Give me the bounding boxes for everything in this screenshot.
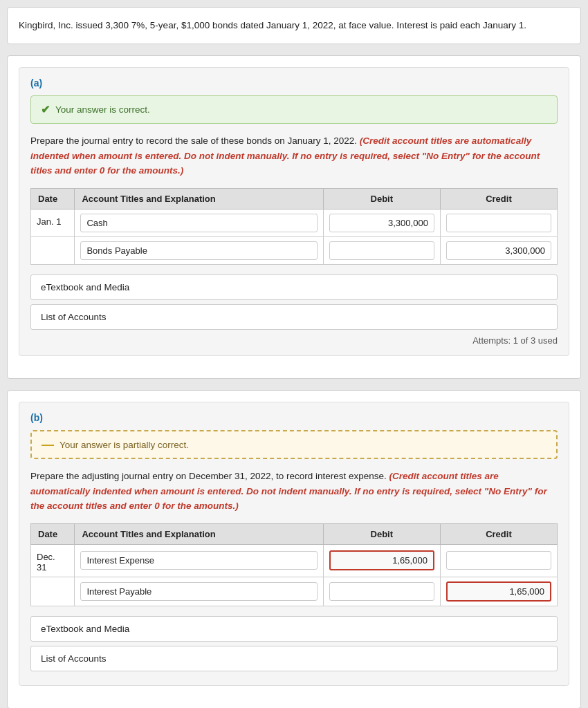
credit1-input-a[interactable] <box>446 214 551 232</box>
account1-input-a[interactable] <box>80 214 317 232</box>
section-a-instruction: Prepare the journal entry to record the … <box>30 133 558 178</box>
col-header-date-b: Date <box>31 523 75 544</box>
col-header-credit-a: Credit <box>440 189 557 209</box>
credit1-cell-b <box>440 544 557 577</box>
date-cell-a: Jan. 1 <box>31 209 75 237</box>
account2-cell-a <box>75 237 323 265</box>
date-cell-b2 <box>31 577 75 606</box>
credit2-cell-b <box>440 577 557 606</box>
instruction-plain-b: Prepare the adjusting journal entry on D… <box>30 471 387 481</box>
debit1-cell-b <box>323 544 440 577</box>
account1-cell-b <box>75 544 323 577</box>
date-cell-b: Dec.31 <box>31 544 75 577</box>
account2-input-b[interactable] <box>80 582 317 601</box>
credit1-cell-a <box>440 209 557 237</box>
table-row <box>31 577 558 606</box>
col-header-account-b: Account Titles and Explanation <box>75 523 323 544</box>
credit2-cell-a <box>440 237 557 265</box>
credit1-input-b[interactable] <box>446 551 551 570</box>
problem-card: Kingbird, Inc. issued 3,300 7%, 5-year, … <box>7 7 581 44</box>
debit2-cell-a <box>323 237 440 265</box>
date-cell-a2 <box>31 237 75 265</box>
debit2-input-a[interactable] <box>329 241 434 260</box>
credit2-input-a[interactable] <box>446 241 551 260</box>
problem-description: Kingbird, Inc. issued 3,300 7%, 5-year, … <box>19 19 569 32</box>
section-a-card: (a) ✔ Your answer is correct. Prepare th… <box>7 55 581 379</box>
col-header-debit-b: Debit <box>323 523 440 544</box>
account2-input-a[interactable] <box>80 241 317 260</box>
list-of-accounts-button-b[interactable]: List of Accounts <box>30 646 558 671</box>
answer-partial-banner: — Your answer is partially correct. <box>30 430 558 459</box>
debit2-input-b[interactable] <box>329 582 434 601</box>
section-a-content: (a) ✔ Your answer is correct. Prepare th… <box>19 67 569 356</box>
section-b-card: (b) — Your answer is partially correct. … <box>7 390 581 708</box>
answer-partial-text: Your answer is partially correct. <box>59 440 189 450</box>
section-a-label: (a) <box>30 77 558 88</box>
section-b-content: (b) — Your answer is partially correct. … <box>19 402 569 686</box>
col-header-date-a: Date <box>31 189 75 209</box>
section-b-instruction: Prepare the adjusting journal entry on D… <box>30 469 558 514</box>
table-row <box>31 237 558 265</box>
credit2-input-b[interactable] <box>446 581 551 602</box>
instruction-plain-a: Prepare the journal entry to record the … <box>30 136 357 146</box>
etextbook-button-b[interactable]: eTextbook and Media <box>30 616 558 642</box>
account1-cell-a <box>75 209 323 237</box>
list-of-accounts-button-a[interactable]: List of Accounts <box>30 304 558 330</box>
col-header-account-a: Account Titles and Explanation <box>75 189 323 209</box>
debit2-cell-b <box>323 577 440 606</box>
check-icon: ✔ <box>41 103 50 116</box>
col-header-credit-b: Credit <box>440 523 557 544</box>
journal-table-a: Date Account Titles and Explanation Debi… <box>30 188 558 265</box>
account2-cell-b <box>75 577 323 606</box>
col-header-debit-a: Debit <box>323 189 440 209</box>
account1-input-b[interactable] <box>80 551 317 570</box>
debit1-input-a[interactable] <box>329 214 434 232</box>
debit1-cell-a <box>323 209 440 237</box>
debit1-input-b[interactable] <box>329 550 434 570</box>
etextbook-button-a[interactable]: eTextbook and Media <box>30 274 558 300</box>
minus-icon: — <box>42 438 54 451</box>
answer-correct-text: Your answer is correct. <box>55 104 150 115</box>
table-row: Jan. 1 <box>31 209 558 237</box>
table-row: Dec.31 <box>31 544 558 577</box>
answer-correct-banner: ✔ Your answer is correct. <box>30 95 558 124</box>
journal-table-b: Date Account Titles and Explanation Debi… <box>30 523 558 606</box>
section-b-label: (b) <box>30 412 558 423</box>
attempts-text-a: Attempts: 1 of 3 used <box>30 335 558 346</box>
